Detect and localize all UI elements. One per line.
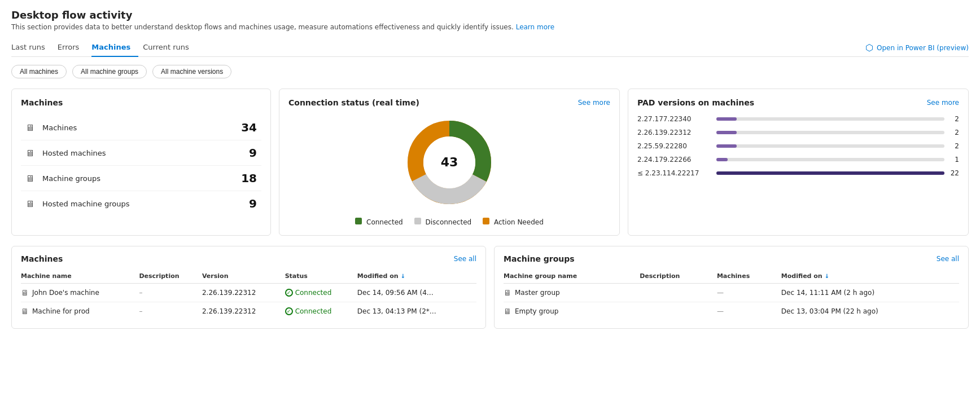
version-label-3: 2.24.179.22266 bbox=[637, 156, 711, 164]
machines-card-title: Machines bbox=[21, 98, 261, 107]
legend-connected: Connected bbox=[355, 218, 403, 226]
tab-errors[interactable]: Errors bbox=[58, 39, 87, 57]
tab-last-runs[interactable]: Last runs bbox=[11, 39, 53, 57]
row-machine-icon-1: 🖥 bbox=[21, 307, 29, 316]
machine-groups-table-header: Machine groups See all bbox=[504, 254, 959, 263]
row-group-icon-0: 🖥 bbox=[504, 288, 511, 297]
connection-chart-area: 43 Connected Disconnected Action Needed bbox=[288, 112, 610, 226]
cell-status-1: ✓ Connected bbox=[285, 302, 357, 321]
cell-group-modified-0: Dec 14, 11:11 AM (2 h ago) bbox=[781, 284, 959, 302]
machine-count-hosted-groups: 9 bbox=[249, 197, 257, 210]
cell-group-desc-1 bbox=[640, 302, 717, 321]
legend-disconnected: Disconnected bbox=[414, 218, 472, 226]
machine-label-groups: Machine groups bbox=[42, 174, 241, 183]
machines-table-header-row: Machine name Description Version Status … bbox=[21, 269, 476, 284]
machine-groups-see-all[interactable]: See all bbox=[937, 255, 959, 263]
cell-status-0: ✓ Connected bbox=[285, 284, 357, 302]
sort-icon-machines: ↓ bbox=[400, 273, 405, 279]
donut-chart: 43 bbox=[404, 117, 495, 208]
hosted-machine-icon: 🖥 bbox=[25, 148, 34, 158]
version-bar-2 bbox=[716, 144, 737, 148]
table-row: 🖥 Machine for prod – 2.26.139.22312 ✓ Co… bbox=[21, 302, 476, 321]
version-bar-container-2 bbox=[716, 144, 944, 148]
machine-row-hosted: 🖥 Hosted machines 9 bbox=[21, 140, 261, 166]
machine-label-hosted-groups: Hosted machine groups bbox=[42, 200, 249, 208]
cell-group-machines-1: — bbox=[717, 302, 781, 321]
col-machine-name: Machine name bbox=[21, 269, 139, 284]
pad-see-more[interactable]: See more bbox=[927, 99, 959, 107]
machine-groups-table: Machine group name Description Machines … bbox=[504, 269, 959, 320]
version-count-1: 2 bbox=[950, 129, 959, 136]
connection-card-title: Connection status (real time) bbox=[288, 98, 419, 107]
version-label-1: 2.26.139.22312 bbox=[637, 129, 711, 136]
table-row: 🖥 Empty group — Dec 13, 03:04 PM (22 h a… bbox=[504, 302, 959, 321]
filter-row: All machines All machine groups All mach… bbox=[11, 65, 969, 78]
machines-table-card: Machines See all Machine name Descriptio… bbox=[11, 246, 486, 329]
version-bar-3 bbox=[716, 158, 728, 161]
pad-card-title: PAD versions on machines bbox=[637, 98, 754, 107]
cell-description-0: – bbox=[139, 284, 202, 302]
row-group-icon-1: 🖥 bbox=[504, 307, 511, 316]
version-count-2: 2 bbox=[950, 142, 959, 150]
connection-status-card: Connection status (real time) See more bbox=[279, 89, 620, 236]
status-check-1: ✓ bbox=[285, 307, 293, 315]
col-group-modified: Modified on ↓ bbox=[781, 269, 959, 284]
col-group-machines: Machines bbox=[717, 269, 781, 284]
tab-current-runs[interactable]: Current runs bbox=[143, 39, 197, 57]
machine-icon: 🖥 bbox=[25, 122, 34, 133]
power-bi-button[interactable]: ⬡ Open in Power BI (preview) bbox=[865, 42, 969, 53]
version-bar-container-1 bbox=[716, 131, 944, 134]
table-row: 🖥 Master group — Dec 14, 11:11 AM (2 h a… bbox=[504, 284, 959, 302]
connection-card-header: Connection status (real time) See more bbox=[288, 98, 610, 107]
legend-disconnected-dot bbox=[414, 218, 421, 224]
version-row-3: 2.24.179.22266 1 bbox=[637, 156, 959, 164]
machine-count-machines: 34 bbox=[241, 121, 257, 134]
col-version: Version bbox=[202, 269, 285, 284]
machines-card: Machines 🖥 Machines 34 🖥 Hosted machines… bbox=[11, 89, 271, 236]
machine-groups-table-title: Machine groups bbox=[504, 254, 575, 263]
cell-group-modified-1: Dec 13, 03:04 PM (22 h ago) bbox=[781, 302, 959, 321]
filter-all-machine-versions[interactable]: All machine versions bbox=[152, 65, 231, 78]
version-bar-0 bbox=[716, 117, 737, 121]
version-bar-container-0 bbox=[716, 117, 944, 121]
pad-versions-list: 2.27.177.22340 2 2.26.139.22312 2 2.25.5… bbox=[637, 115, 959, 177]
tab-machines[interactable]: Machines bbox=[91, 39, 138, 57]
version-label-2: 2.25.59.22280 bbox=[637, 142, 711, 150]
col-status: Status bbox=[285, 269, 357, 284]
filter-all-machine-groups[interactable]: All machine groups bbox=[72, 65, 147, 78]
legend-action-needed-label: Action Needed bbox=[494, 218, 544, 226]
legend-action-needed: Action Needed bbox=[483, 218, 544, 226]
version-count-3: 1 bbox=[950, 156, 959, 164]
tables-row: Machines See all Machine name Descriptio… bbox=[11, 246, 969, 329]
connection-see-more[interactable]: See more bbox=[578, 99, 610, 107]
machine-count-groups: 18 bbox=[241, 171, 257, 185]
legend-connected-label: Connected bbox=[366, 218, 403, 226]
legend-connected-dot bbox=[355, 218, 362, 224]
cards-row: Machines 🖥 Machines 34 🖥 Hosted machines… bbox=[11, 89, 969, 236]
row-machine-icon-0: 🖥 bbox=[21, 288, 29, 297]
legend-action-needed-dot bbox=[483, 218, 489, 224]
cell-modified-0: Dec 14, 09:56 AM (4… bbox=[357, 284, 476, 302]
sort-icon-groups: ↓ bbox=[825, 273, 829, 279]
machine-groups-table-card: Machine groups See all Machine group nam… bbox=[494, 246, 969, 329]
machine-groups-header-row: Machine group name Description Machines … bbox=[504, 269, 959, 284]
filter-all-machines[interactable]: All machines bbox=[11, 65, 67, 78]
version-bar-container-4 bbox=[716, 171, 944, 175]
machine-row-machines: 🖥 Machines 34 bbox=[21, 115, 261, 140]
learn-more-link[interactable]: Learn more bbox=[516, 23, 554, 31]
machines-table: Machine name Description Version Status … bbox=[21, 269, 476, 320]
machine-label-machines: Machines bbox=[42, 124, 241, 132]
col-group-name: Machine group name bbox=[504, 269, 640, 284]
tabs-bar: Last runs Errors Machines Current runs ⬡… bbox=[11, 39, 969, 57]
cell-machine-name-0: 🖥 John Doe's machine bbox=[21, 284, 139, 302]
legend-row: Connected Disconnected Action Needed bbox=[355, 218, 544, 226]
page-title: Desktop flow activity bbox=[11, 9, 969, 21]
machine-count-hosted: 9 bbox=[249, 146, 257, 160]
machines-table-header: Machines See all bbox=[21, 254, 476, 263]
version-row-4: ≤ 2.23.114.22217 22 bbox=[637, 169, 959, 177]
cell-machine-name-1: 🖥 Machine for prod bbox=[21, 302, 139, 321]
machines-see-all[interactable]: See all bbox=[454, 255, 476, 263]
machine-groups-icon: 🖥 bbox=[25, 173, 34, 184]
machine-label-hosted: Hosted machines bbox=[42, 149, 249, 157]
status-check-0: ✓ bbox=[285, 289, 293, 297]
